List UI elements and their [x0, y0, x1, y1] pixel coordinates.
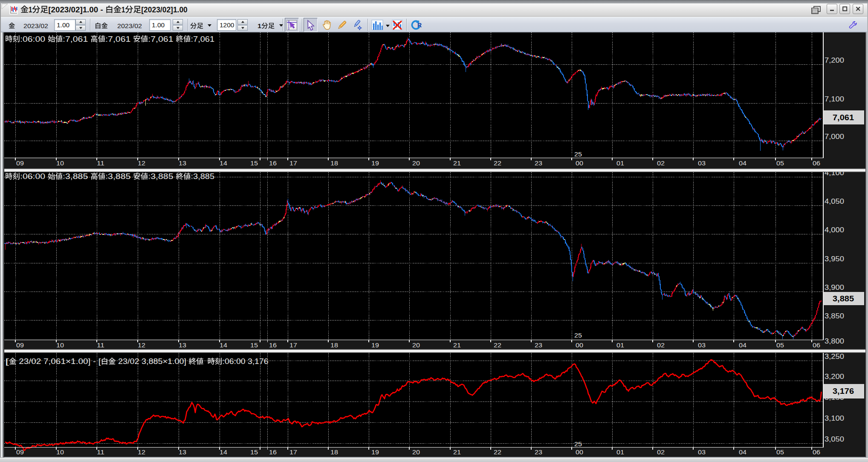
- svg-text:20: 20: [412, 341, 420, 349]
- svg-text:22: 22: [494, 159, 501, 167]
- svg-text:7,061: 7,061: [833, 113, 854, 122]
- svg-text:02: 02: [657, 341, 665, 349]
- svg-text:23/02 7,061×1.00] - [: 23/02 7,061×1.00] - [: [17, 357, 101, 366]
- svg-text:1: 1: [258, 22, 262, 29]
- svg-text:16: 16: [269, 341, 277, 349]
- svg-text:19: 19: [371, 341, 379, 349]
- svg-text:25: 25: [574, 440, 582, 448]
- svg-text:19: 19: [371, 159, 379, 167]
- svg-text:3,200: 3,200: [825, 372, 844, 380]
- svg-text:15: 15: [250, 448, 258, 456]
- svg-text:09: 09: [16, 159, 24, 167]
- svg-text:3,885: 3,885: [833, 295, 854, 303]
- svg-text:02: 02: [657, 448, 665, 456]
- svg-text::3,885: :3,885: [105, 172, 133, 181]
- svg-text:05: 05: [776, 341, 784, 349]
- svg-text:[: [: [5, 357, 9, 366]
- svg-text:7,100: 7,100: [825, 95, 844, 103]
- svg-text::3,885: :3,885: [63, 172, 90, 181]
- svg-text:13: 13: [179, 448, 186, 456]
- svg-text:01: 01: [616, 448, 624, 456]
- svg-text:21: 21: [453, 448, 461, 456]
- svg-text:3,100: 3,100: [825, 414, 844, 422]
- svg-text:19: 19: [371, 448, 379, 456]
- svg-text:06: 06: [813, 159, 820, 167]
- svg-text:2023/02: 2023/02: [23, 22, 48, 29]
- svg-text::7,061: :7,061: [191, 35, 214, 43]
- svg-text::06:00: :06:00: [20, 172, 48, 181]
- svg-text::06:00 3,176: :06:00 3,176: [223, 357, 269, 366]
- svg-text:3,176: 3,176: [833, 387, 854, 396]
- svg-text::7,061: :7,061: [105, 35, 133, 43]
- svg-text:13: 13: [179, 159, 186, 167]
- svg-text:03: 03: [698, 341, 706, 349]
- svg-text:3,950: 3,950: [825, 255, 844, 263]
- svg-text:14: 14: [220, 448, 227, 456]
- svg-text:03: 03: [698, 448, 706, 456]
- svg-text:01: 01: [616, 341, 624, 349]
- svg-text:15: 15: [250, 341, 258, 349]
- svg-text:3,050: 3,050: [825, 435, 844, 443]
- svg-text:17: 17: [289, 448, 297, 456]
- svg-text:09: 09: [16, 341, 24, 349]
- svg-text:02: 02: [657, 159, 665, 167]
- svg-text:20: 20: [412, 448, 420, 456]
- svg-text:10: 10: [56, 159, 64, 167]
- svg-text:4,000: 4,000: [825, 226, 844, 234]
- svg-text:23: 23: [535, 159, 542, 167]
- svg-text:3,250: 3,250: [825, 352, 844, 360]
- svg-text:04: 04: [739, 448, 746, 456]
- svg-text::7,061: :7,061: [63, 35, 90, 43]
- svg-text::3,885: :3,885: [148, 172, 176, 181]
- svg-text:3,800: 3,800: [825, 337, 844, 345]
- svg-text::7,061: :7,061: [148, 35, 176, 43]
- svg-text:11: 11: [97, 341, 104, 349]
- svg-text:00: 00: [576, 159, 583, 167]
- svg-text:25: 25: [574, 332, 582, 339]
- svg-text:R: R: [417, 22, 422, 29]
- svg-text:10: 10: [56, 448, 64, 456]
- svg-text:06: 06: [813, 341, 820, 349]
- svg-text:7,200: 7,200: [825, 56, 844, 64]
- svg-text:04: 04: [739, 341, 746, 349]
- svg-text:14: 14: [220, 159, 227, 167]
- svg-text:23: 23: [535, 341, 542, 349]
- svg-text:01: 01: [616, 159, 624, 167]
- svg-text:18: 18: [330, 341, 338, 349]
- svg-text::06:00: :06:00: [20, 35, 48, 43]
- svg-text:06: 06: [813, 448, 820, 456]
- svg-text:12: 12: [138, 448, 145, 456]
- svg-text:05: 05: [776, 448, 784, 456]
- svg-text:09: 09: [16, 448, 24, 456]
- svg-text:10: 10: [56, 341, 64, 349]
- svg-text:16: 16: [269, 448, 277, 456]
- svg-text:22: 22: [494, 341, 501, 349]
- svg-text:14: 14: [220, 341, 227, 349]
- svg-text::3,885: :3,885: [191, 172, 214, 181]
- svg-text:03: 03: [698, 159, 706, 167]
- svg-text:20: 20: [412, 159, 420, 167]
- svg-text:11: 11: [97, 159, 104, 167]
- svg-text:3,850: 3,850: [825, 312, 844, 320]
- svg-text:13: 13: [179, 341, 186, 349]
- svg-text:21: 21: [453, 159, 461, 167]
- svg-text:15: 15: [250, 159, 258, 167]
- svg-text:12: 12: [138, 159, 145, 167]
- svg-text:2023/02: 2023/02: [117, 22, 142, 29]
- svg-text:18: 18: [330, 159, 338, 167]
- svg-text:18: 18: [330, 448, 338, 456]
- svg-text:21: 21: [453, 341, 461, 349]
- svg-text:16: 16: [269, 159, 277, 167]
- svg-text:3,900: 3,900: [825, 283, 844, 291]
- svg-text:17: 17: [289, 159, 297, 167]
- svg-text:25: 25: [574, 150, 582, 158]
- svg-text:23: 23: [535, 448, 542, 456]
- svg-text:23/02 3,885×1.00]: 23/02 3,885×1.00]: [116, 357, 189, 366]
- svg-text:00: 00: [576, 448, 583, 456]
- svg-text:7,000: 7,000: [825, 133, 844, 140]
- svg-text:12: 12: [138, 341, 145, 349]
- svg-text:22: 22: [494, 448, 501, 456]
- svg-text:00: 00: [576, 341, 583, 349]
- svg-text:4,050: 4,050: [825, 197, 844, 205]
- svg-text:05: 05: [776, 159, 784, 167]
